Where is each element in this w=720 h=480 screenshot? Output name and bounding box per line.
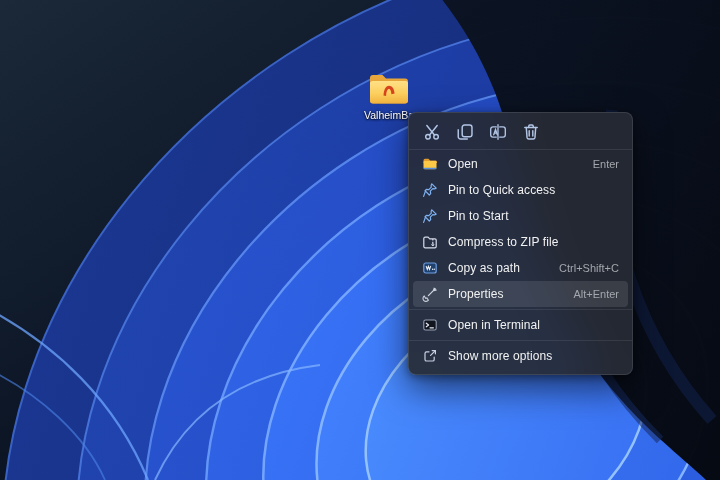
menu-item-pin-quick-access[interactable]: Pin to Quick access — [413, 177, 628, 203]
show-more-icon — [422, 348, 438, 364]
menu-item-label: Show more options — [448, 349, 609, 363]
copy-icon — [456, 123, 474, 141]
menu-item-copy-as-path[interactable]: Copy as path Ctrl+Shift+C — [413, 255, 628, 281]
context-menu: Open Enter Pin to Quick access — [408, 112, 633, 375]
menu-item-label: Open in Terminal — [448, 318, 609, 332]
menu-item-label: Properties — [448, 287, 563, 301]
menu-item-label: Copy as path — [448, 261, 549, 275]
folder-icon — [368, 72, 410, 106]
delete-button[interactable] — [522, 123, 540, 141]
menu-item-shortcut: Enter — [593, 158, 619, 170]
open-folder-icon — [422, 156, 438, 172]
menu-item-open-in-terminal[interactable]: Open in Terminal — [413, 312, 628, 338]
folder-label: ValheimBa — [364, 109, 414, 121]
pin-icon — [422, 182, 438, 198]
menu-item-pin-start[interactable]: Pin to Start — [413, 203, 628, 229]
pin-icon — [422, 208, 438, 224]
menu-item-properties[interactable]: Properties Alt+Enter — [413, 281, 628, 307]
wrench-icon — [422, 286, 438, 302]
menu-item-label: Pin to Start — [448, 209, 609, 223]
terminal-icon — [422, 317, 438, 333]
copy-button[interactable] — [456, 123, 474, 141]
menu-item-shortcut: Ctrl+Shift+C — [559, 262, 619, 274]
trash-icon — [522, 123, 540, 141]
menu-item-label: Open — [448, 157, 583, 171]
menu-separator — [409, 309, 632, 310]
menu-item-open[interactable]: Open Enter — [413, 151, 628, 177]
context-menu-toolbar — [409, 113, 632, 149]
zip-folder-icon — [422, 234, 438, 250]
menu-item-label: Compress to ZIP file — [448, 235, 609, 249]
menu-separator — [409, 340, 632, 341]
scissors-icon — [423, 123, 441, 141]
rename-icon — [489, 123, 507, 141]
menu-item-shortcut: Alt+Enter — [573, 288, 619, 300]
menu-item-label: Pin to Quick access — [448, 183, 609, 197]
menu-item-compress-zip[interactable]: Compress to ZIP file — [413, 229, 628, 255]
rename-button[interactable] — [489, 123, 507, 141]
path-icon — [422, 260, 438, 276]
menu-item-show-more-options[interactable]: Show more options — [413, 343, 628, 369]
cut-button[interactable] — [423, 123, 441, 141]
